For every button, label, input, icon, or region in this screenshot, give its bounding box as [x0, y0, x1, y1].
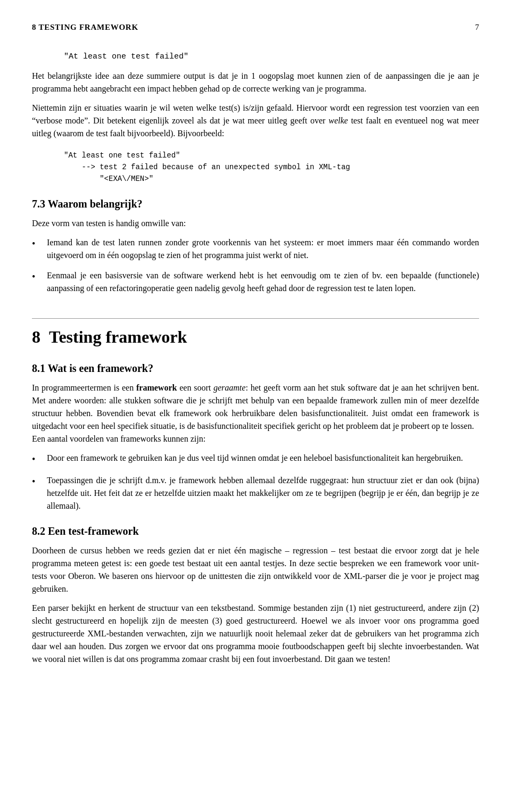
intro-para2: Niettemin zijn er situaties waarin je wi…: [32, 102, 479, 140]
page-header: 8 TESTING FRAMEWORK 7: [32, 21, 479, 34]
sub1-para1: In programmeertermen is een framework ee…: [32, 382, 479, 445]
code-block: "At least one test failed" --> test 2 fa…: [64, 150, 479, 185]
section-8-header: 8 Testing framework: [32, 318, 479, 350]
sub2-para2: Een parser bekijkt en herkent de structu…: [32, 602, 479, 666]
bullet-item-2: • Eenmaal je een basisversie van de soft…: [32, 269, 479, 295]
intro-para1: Het belangrijkste idee aan deze summiere…: [32, 70, 479, 95]
bullet-text-4: Toepassingen die je schrijft d.m.v. je f…: [47, 474, 479, 512]
subsection-8-2-heading: 8.2 Een test-framework: [32, 523, 479, 539]
bullet-text-1: Iemand kan de test laten runnen zonder g…: [47, 236, 479, 262]
bullet-dot-1: •: [32, 237, 47, 251]
header-chapter: 8 TESTING FRAMEWORK: [32, 21, 138, 34]
subsection-8-1-heading: 8.1 Wat is een framework?: [32, 360, 479, 376]
intro-quote: "At least one test failed": [32, 49, 479, 63]
intro-para3: Deze vorm van testen is handig omwille v…: [32, 217, 479, 230]
bullet-list-7-3: • Iemand kan de test laten runnen zonder…: [32, 236, 479, 295]
sub2-para1: Doorheen de cursus hebben we reeds gezie…: [32, 544, 479, 595]
bullet-dot-3: •: [32, 452, 47, 467]
header-page-number: 7: [475, 21, 480, 34]
bullet-dot-4: •: [32, 475, 47, 489]
bullet-dot-2: •: [32, 270, 47, 284]
section-8-number: 8: [32, 324, 40, 350]
bullet-list-8-1: • Door een framework te gebruiken kan je…: [32, 452, 479, 512]
bullet-item-3: • Door een framework te gebruiken kan je…: [32, 452, 479, 467]
section-8-title: Testing framework: [49, 324, 187, 350]
page: 8 TESTING FRAMEWORK 7 "At least one test…: [0, 0, 511, 812]
bullet-item-1: • Iemand kan de test laten runnen zonder…: [32, 236, 479, 262]
bullet-text-3: Door een framework te gebruiken kan je d…: [47, 452, 479, 465]
subsection-7-3-heading: 7.3 Waarom belangrijk?: [32, 196, 479, 212]
bullet-text-2: Eenmaal je een basisversie van de softwa…: [47, 269, 479, 295]
bullet-item-4: • Toepassingen die je schrijft d.m.v. je…: [32, 474, 479, 512]
